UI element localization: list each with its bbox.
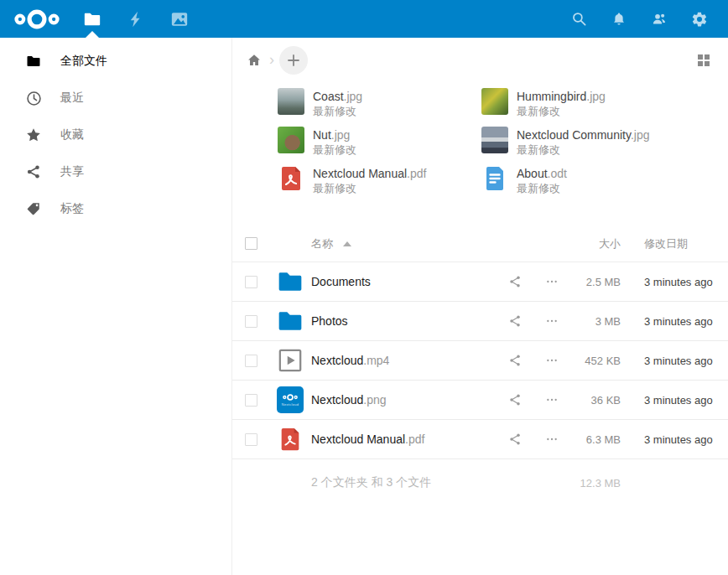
folder-icon <box>277 308 304 334</box>
recent-item-nut[interactable]: Nut.jpg 最新修改 <box>278 127 481 165</box>
row-checkbox[interactable] <box>245 315 257 328</box>
share-icon <box>25 163 42 180</box>
file-name: Nextcloud.mp4 <box>311 354 497 367</box>
ellipsis-icon <box>545 275 559 288</box>
ellipsis-icon <box>545 354 559 367</box>
nav-gallery-button[interactable] <box>158 0 201 38</box>
gallery-icon <box>170 10 189 28</box>
file-status: 最新修改 <box>313 181 426 195</box>
contacts-button[interactable] <box>639 0 679 38</box>
contacts-icon <box>651 11 668 27</box>
column-header-name[interactable]: 名称 <box>311 236 333 251</box>
recent-item-community[interactable]: Nextcloud Community.jpg 最新修改 <box>481 127 649 165</box>
more-actions-button[interactable] <box>533 275 570 288</box>
nextcloud-png-thumbnail: Nextcloud <box>277 386 304 413</box>
folder-icon <box>277 268 304 295</box>
odt-document-icon <box>481 165 508 192</box>
share-button[interactable] <box>497 354 533 367</box>
file-modified: 3 minutes ago <box>621 276 728 288</box>
file-size: 36 KB <box>570 394 621 407</box>
file-status: 最新修改 <box>517 181 567 195</box>
settings-button[interactable] <box>679 0 720 38</box>
file-modified: 3 minutes ago <box>621 394 728 407</box>
row-checkbox[interactable] <box>245 355 257 367</box>
search-icon <box>571 11 587 27</box>
share-icon <box>508 393 522 407</box>
more-actions-button[interactable] <box>533 354 570 367</box>
image-thumbnail <box>481 127 508 153</box>
clock-icon <box>25 90 42 106</box>
file-status: 最新修改 <box>517 104 606 118</box>
file-row-nextcloud-mp4[interactable]: Nextcloud.mp4 452 KB 3 minutes ago <box>232 341 728 381</box>
share-button[interactable] <box>497 433 533 446</box>
breadcrumb-home[interactable] <box>244 50 264 70</box>
file-name: Documents <box>311 275 497 288</box>
nextcloud-logo[interactable] <box>10 7 64 32</box>
sidebar-item-shares[interactable]: 共享 <box>0 153 231 190</box>
file-modified: 3 minutes ago <box>621 433 728 446</box>
recent-files-grid: Coast.jpg 最新修改 Hummingbird.jpg 最新修改 Nut.… <box>278 88 728 204</box>
share-icon <box>508 314 522 328</box>
column-header-modified[interactable]: 修改日期 <box>644 237 688 250</box>
file-row-documents[interactable]: Documents 2.5 MB 3 minutes ago <box>232 262 728 302</box>
file-status: 最新修改 <box>313 142 356 157</box>
row-checkbox[interactable] <box>245 433 257 446</box>
recent-item-hummingbird[interactable]: Hummingbird.jpg 最新修改 <box>481 88 649 127</box>
more-actions-button[interactable] <box>533 393 570 407</box>
sidebar-item-label: 共享 <box>60 164 84 179</box>
controls-bar: › <box>232 38 728 83</box>
share-icon <box>508 354 522 367</box>
image-thumbnail <box>278 127 304 153</box>
file-size: 3 MB <box>570 315 621 328</box>
file-name: Nut.jpg <box>313 128 356 142</box>
file-list-summary: 2 个文件夹 和 3 个文件 12.3 MB <box>232 459 728 506</box>
grid-view-toggle[interactable] <box>691 48 716 73</box>
gear-icon <box>691 11 708 28</box>
share-button[interactable] <box>497 275 533 288</box>
new-file-button[interactable] <box>279 46 308 75</box>
sidebar-item-all-files[interactable]: 全部文件 <box>0 43 231 80</box>
file-row-nextcloud-manual-pdf[interactable]: Nextcloud Manual.pdf 6.3 MB 3 minutes ag… <box>232 420 728 459</box>
column-header-size[interactable]: 大小 <box>599 237 621 250</box>
share-button[interactable] <box>497 314 533 328</box>
recent-item-manual-pdf[interactable]: Nextcloud Manual.pdf 最新修改 <box>278 165 481 204</box>
recent-item-about-odt[interactable]: About.odt 最新修改 <box>481 165 649 204</box>
lightning-icon <box>127 10 144 28</box>
more-actions-button[interactable] <box>533 433 570 446</box>
file-row-photos[interactable]: Photos 3 MB 3 minutes ago <box>232 302 728 341</box>
notifications-button[interactable] <box>599 0 639 38</box>
file-list-header: 名称 大小 修改日期 <box>232 225 728 262</box>
sidebar-item-tags[interactable]: 标签 <box>0 190 231 227</box>
folder-icon <box>25 53 42 70</box>
file-name: Nextcloud Community.jpg <box>517 128 649 142</box>
nav-files-button[interactable] <box>70 0 114 38</box>
sidebar-item-label: 收藏 <box>60 127 84 142</box>
bell-icon <box>611 11 627 27</box>
row-checkbox[interactable] <box>245 276 257 288</box>
search-button[interactable] <box>559 0 599 38</box>
nav-activity-button[interactable] <box>114 0 158 38</box>
sidebar-item-label: 全部文件 <box>60 54 107 69</box>
share-button[interactable] <box>497 393 533 407</box>
nextcloud-logo-icon <box>11 7 63 32</box>
file-modified: 3 minutes ago <box>621 315 728 328</box>
sidebar-item-recent[interactable]: 最近 <box>0 80 231 117</box>
summary-total-size: 12.3 MB <box>570 477 621 490</box>
more-actions-button[interactable] <box>533 314 570 328</box>
file-name: Photos <box>311 314 497 328</box>
ellipsis-icon <box>545 393 559 407</box>
tag-icon <box>25 200 42 217</box>
row-checkbox[interactable] <box>245 394 257 407</box>
recent-item-coast[interactable]: Coast.jpg 最新修改 <box>278 88 481 127</box>
select-all-checkbox[interactable] <box>245 237 257 250</box>
video-icon <box>277 347 304 374</box>
share-icon <box>508 433 522 446</box>
file-name: Coast.jpg <box>313 90 362 104</box>
sidebar-item-favorites[interactable]: 收藏 <box>0 117 231 153</box>
file-size: 6.3 MB <box>570 433 621 446</box>
sidebar-item-label: 标签 <box>60 201 84 216</box>
grid-view-icon <box>697 54 710 67</box>
file-name: Hummingbird.jpg <box>517 90 606 104</box>
breadcrumb-separator: › <box>269 51 274 69</box>
file-row-nextcloud-png[interactable]: Nextcloud Nextcloud.png 36 KB 3 minutes … <box>232 381 728 420</box>
